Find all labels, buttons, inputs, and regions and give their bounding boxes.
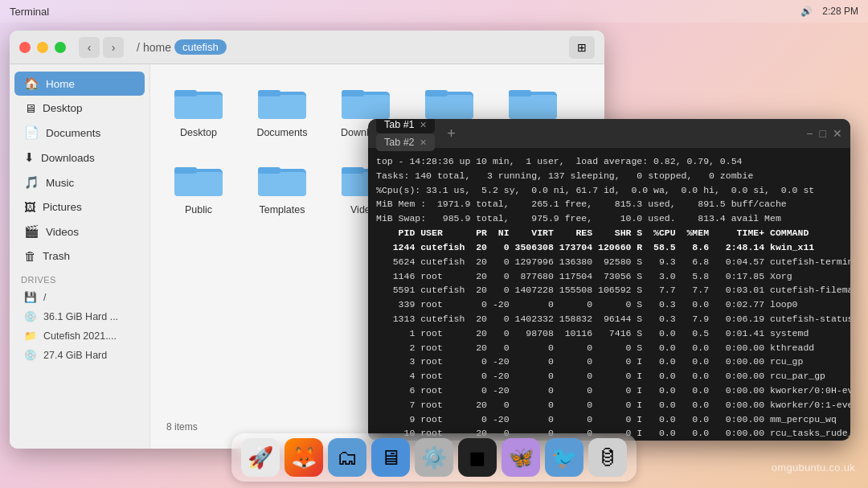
minimize-button[interactable] — [37, 42, 48, 53]
terminal-body[interactable]: top - 14:28:36 up 10 min, 1 user, load a… — [368, 148, 850, 441]
path-home[interactable]: home — [143, 41, 171, 54]
forward-button[interactable]: › — [103, 37, 124, 58]
terminal-minimize[interactable]: − — [806, 127, 813, 140]
folder-label-desktop: Desktop — [180, 127, 217, 138]
drive-item-hdd1[interactable]: 💿 36.1 GiB Hard ... — [14, 307, 145, 326]
sidebar-label-trash: Trash — [43, 250, 70, 262]
dock-icon-db[interactable]: 🛢 — [588, 438, 627, 477]
drive-item-cutefish[interactable]: 📁 Cutefish 2021.... — [14, 326, 145, 345]
sidebar-item-downloads[interactable]: ⬇ Downloads — [14, 146, 145, 170]
desktop-icon: 🖥 — [24, 101, 36, 115]
terminal-line-14: 2 root 20 0 0 0 0 S 0.0 0.0 0:00.00 kthr… — [376, 341, 842, 355]
sidebar-item-documents[interactable]: 📄 Documents — [14, 121, 145, 145]
terminal-close[interactable]: ✕ — [833, 127, 842, 140]
dock-icon-launcher[interactable]: 🚀 — [241, 438, 280, 477]
music-icon: 🎵 — [24, 175, 39, 190]
maximize-button[interactable] — [55, 42, 66, 53]
sidebar-label-downloads: Downloads — [41, 152, 95, 164]
videos-icon: 🎬 — [24, 224, 39, 239]
svg-rect-7 — [342, 95, 390, 119]
sidebar-label-music: Music — [46, 177, 74, 189]
terminal-line-18: 7 root 20 0 0 0 0 I 0.0 0.0 0:00.00 kwor… — [376, 398, 842, 412]
sidebar-item-music[interactable]: 🎵 Music — [14, 170, 145, 195]
back-button[interactable]: ‹ — [79, 37, 100, 58]
folder-label-documents: Documents — [256, 127, 307, 138]
terminal-titlebar: Tab #1 ✕Tab #2 ✕ + − □ ✕ — [368, 119, 850, 148]
dock-icon-settings[interactable]: ⚙️ — [415, 438, 453, 477]
svg-rect-8 — [342, 90, 364, 96]
svg-rect-14 — [509, 90, 531, 96]
search-button[interactable]: ⊞ — [569, 36, 595, 59]
terminal-line-15: 3 root 0 -20 0 0 0 I 0.0 0.0 0:00.00 rcu… — [376, 355, 842, 369]
watermark: omgubuntu.co.uk — [772, 461, 855, 474]
path-root[interactable]: / — [137, 41, 140, 54]
close-button[interactable] — [19, 42, 31, 53]
sidebar-item-desktop[interactable]: 🖥 Desktop — [14, 96, 145, 120]
folder-desktop[interactable]: Desktop — [166, 80, 231, 138]
terminal-line-16: 4 root 0 -20 0 0 0 I 0.0 0.0 0:00.00 rcu… — [376, 369, 842, 383]
folder-label-public: Public — [185, 204, 212, 215]
downloads-icon: ⬇ — [24, 150, 35, 165]
sidebar-label-desktop: Desktop — [43, 102, 83, 114]
drive-icon-cutefish: 📁 — [24, 330, 37, 342]
folder-icon-documents — [256, 80, 308, 122]
svg-rect-13 — [509, 95, 557, 119]
breadcrumb: / home cutefish — [137, 39, 227, 55]
terminal-tab-1[interactable]: Tab #1 ✕ — [376, 119, 435, 133]
drive-label-hdd1: 36.1 GiB Hard ... — [43, 311, 118, 322]
svg-rect-4 — [258, 95, 306, 119]
sidebar-item-pictures[interactable]: 🖼 Pictures — [14, 195, 145, 219]
top-bar: Terminal 🔊 2:28 PM — [0, 0, 868, 23]
svg-rect-5 — [258, 90, 280, 96]
svg-rect-11 — [425, 90, 448, 96]
dock-icon-files[interactable]: 🗂 — [328, 438, 366, 477]
folder-templates[interactable]: Templates — [250, 158, 314, 215]
folder-public[interactable]: Public — [166, 158, 231, 215]
dock-icon-bird[interactable]: 🐦 — [545, 438, 583, 477]
terminal-line-9: 1146 root 20 0 877680 117504 73056 S 3.0… — [376, 269, 842, 284]
svg-rect-10 — [425, 95, 473, 119]
terminal-line-7: 1244 cutefish 20 0 3506308 173704 120660… — [376, 240, 842, 255]
drive-item-root[interactable]: 💾 / — [14, 288, 145, 306]
drive-item-hdd2[interactable]: 💿 27.4 GiB Hard — [14, 346, 145, 364]
terminal-maximize[interactable]: □ — [820, 127, 826, 140]
folder-icon-templates — [256, 158, 308, 199]
terminal-line-1: Tasks: 140 total, 3 running, 137 sleepin… — [376, 169, 842, 183]
file-manager-titlebar: ‹ › / home cutefish ⊞ — [10, 31, 604, 64]
path-current[interactable]: cutefish — [174, 39, 227, 55]
sidebar-item-videos[interactable]: 🎬 Videos — [14, 219, 145, 244]
dock-icon-firefox[interactable]: 🦊 — [285, 438, 323, 477]
folder-documents[interactable]: Documents — [250, 80, 314, 138]
tab-close-2[interactable]: ✕ — [420, 137, 427, 148]
terminal-line-11: 339 root 0 -20 0 0 0 S 0.3 0.0 0:02.77 l… — [376, 297, 842, 312]
terminal-line-3: MiB Mem : 1971.9 total, 265.1 free, 815.… — [376, 197, 842, 211]
terminal-line-13: 1 root 20 0 98708 10116 7416 S 0.0 0.5 0… — [376, 326, 842, 341]
drive-icon-hdd2: 💿 — [24, 349, 37, 361]
documents-icon: 📄 — [24, 125, 39, 140]
dock-icon-kiki[interactable]: 🦋 — [502, 438, 540, 477]
tab-close-1[interactable]: ✕ — [420, 120, 427, 130]
volume-icon: 🔊 — [800, 6, 813, 17]
trash-icon: 🗑 — [24, 249, 36, 263]
new-tab-button[interactable]: + — [443, 125, 461, 142]
terminal-window: Tab #1 ✕Tab #2 ✕ + − □ ✕ top - 14:28:36 … — [368, 119, 850, 441]
svg-rect-2 — [174, 90, 197, 96]
tab-label-1: Tab #1 — [384, 119, 415, 130]
drive-label-root: / — [43, 292, 46, 303]
sidebar-item-home[interactable]: 🏠 Home — [14, 72, 145, 96]
sidebar-label-pictures: Pictures — [43, 201, 82, 213]
folder-icon-desktop — [173, 80, 224, 122]
folder-icon-public — [173, 158, 224, 199]
svg-rect-16 — [174, 172, 223, 196]
sidebar-item-trash[interactable]: 🗑 Trash — [14, 244, 145, 268]
terminal-line-4: MiB Swap: 985.9 total, 975.9 free, 10.0 … — [376, 211, 842, 226]
tab-label-2: Tab #2 — [384, 137, 415, 148]
pictures-icon: 🖼 — [24, 200, 36, 214]
drive-icon-root: 💾 — [24, 291, 37, 303]
dock-icon-terminal[interactable]: ◼ — [458, 438, 497, 477]
sidebar-label-documents: Documents — [46, 127, 100, 139]
home-icon: 🏠 — [24, 76, 39, 91]
drive-label-hdd2: 27.4 GiB Hard — [43, 350, 107, 361]
dock-icon-finder[interactable]: 🖥 — [371, 438, 410, 477]
folder-icon-music — [424, 80, 475, 122]
